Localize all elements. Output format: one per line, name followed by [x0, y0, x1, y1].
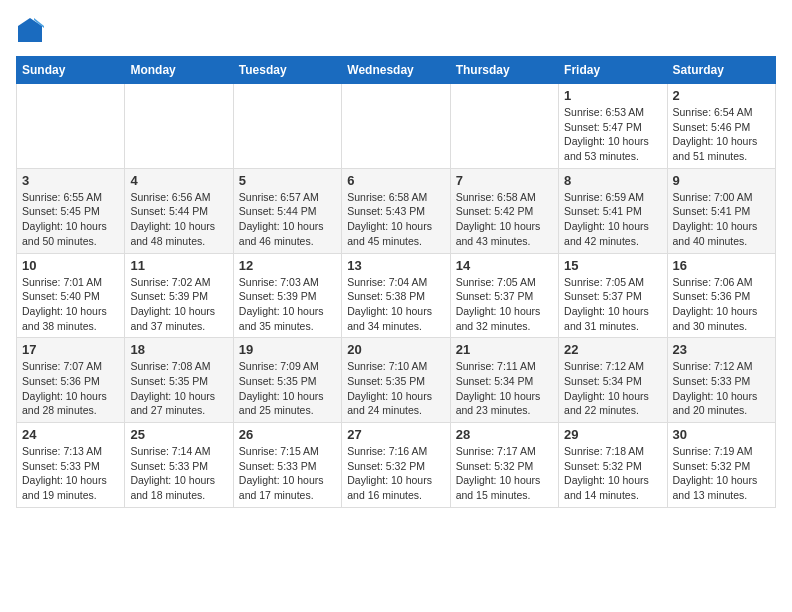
week-row-5: 24Sunrise: 7:13 AMSunset: 5:33 PMDayligh…	[17, 423, 776, 508]
calendar-cell: 8Sunrise: 6:59 AMSunset: 5:41 PMDaylight…	[559, 168, 667, 253]
day-number: 7	[456, 173, 553, 188]
column-header-thursday: Thursday	[450, 57, 558, 84]
day-number: 6	[347, 173, 444, 188]
day-info: Sunrise: 7:07 AMSunset: 5:36 PMDaylight:…	[22, 359, 119, 418]
day-number: 11	[130, 258, 227, 273]
day-number: 2	[673, 88, 770, 103]
column-header-sunday: Sunday	[17, 57, 125, 84]
day-info: Sunrise: 6:54 AMSunset: 5:46 PMDaylight:…	[673, 105, 770, 164]
day-info: Sunrise: 7:18 AMSunset: 5:32 PMDaylight:…	[564, 444, 661, 503]
day-info: Sunrise: 7:10 AMSunset: 5:35 PMDaylight:…	[347, 359, 444, 418]
calendar-cell: 5Sunrise: 6:57 AMSunset: 5:44 PMDaylight…	[233, 168, 341, 253]
logo-icon	[16, 16, 44, 44]
calendar-cell: 12Sunrise: 7:03 AMSunset: 5:39 PMDayligh…	[233, 253, 341, 338]
week-row-2: 3Sunrise: 6:55 AMSunset: 5:45 PMDaylight…	[17, 168, 776, 253]
day-info: Sunrise: 6:55 AMSunset: 5:45 PMDaylight:…	[22, 190, 119, 249]
day-number: 23	[673, 342, 770, 357]
day-info: Sunrise: 6:58 AMSunset: 5:43 PMDaylight:…	[347, 190, 444, 249]
day-info: Sunrise: 7:14 AMSunset: 5:33 PMDaylight:…	[130, 444, 227, 503]
day-number: 15	[564, 258, 661, 273]
day-info: Sunrise: 7:00 AMSunset: 5:41 PMDaylight:…	[673, 190, 770, 249]
day-info: Sunrise: 7:03 AMSunset: 5:39 PMDaylight:…	[239, 275, 336, 334]
day-info: Sunrise: 7:08 AMSunset: 5:35 PMDaylight:…	[130, 359, 227, 418]
day-info: Sunrise: 6:59 AMSunset: 5:41 PMDaylight:…	[564, 190, 661, 249]
day-number: 9	[673, 173, 770, 188]
page-header	[16, 16, 776, 44]
calendar-cell: 27Sunrise: 7:16 AMSunset: 5:32 PMDayligh…	[342, 423, 450, 508]
calendar-header-row: SundayMondayTuesdayWednesdayThursdayFrid…	[17, 57, 776, 84]
day-number: 20	[347, 342, 444, 357]
day-info: Sunrise: 7:01 AMSunset: 5:40 PMDaylight:…	[22, 275, 119, 334]
calendar-cell: 15Sunrise: 7:05 AMSunset: 5:37 PMDayligh…	[559, 253, 667, 338]
calendar-cell: 28Sunrise: 7:17 AMSunset: 5:32 PMDayligh…	[450, 423, 558, 508]
column-header-monday: Monday	[125, 57, 233, 84]
logo	[16, 16, 48, 44]
day-info: Sunrise: 7:17 AMSunset: 5:32 PMDaylight:…	[456, 444, 553, 503]
day-info: Sunrise: 7:12 AMSunset: 5:34 PMDaylight:…	[564, 359, 661, 418]
day-number: 3	[22, 173, 119, 188]
day-info: Sunrise: 6:57 AMSunset: 5:44 PMDaylight:…	[239, 190, 336, 249]
calendar-cell: 7Sunrise: 6:58 AMSunset: 5:42 PMDaylight…	[450, 168, 558, 253]
day-number: 29	[564, 427, 661, 442]
day-info: Sunrise: 7:11 AMSunset: 5:34 PMDaylight:…	[456, 359, 553, 418]
calendar-cell: 24Sunrise: 7:13 AMSunset: 5:33 PMDayligh…	[17, 423, 125, 508]
calendar-cell: 23Sunrise: 7:12 AMSunset: 5:33 PMDayligh…	[667, 338, 775, 423]
calendar-cell: 30Sunrise: 7:19 AMSunset: 5:32 PMDayligh…	[667, 423, 775, 508]
calendar-cell: 21Sunrise: 7:11 AMSunset: 5:34 PMDayligh…	[450, 338, 558, 423]
day-info: Sunrise: 6:56 AMSunset: 5:44 PMDaylight:…	[130, 190, 227, 249]
day-info: Sunrise: 7:15 AMSunset: 5:33 PMDaylight:…	[239, 444, 336, 503]
calendar-cell: 19Sunrise: 7:09 AMSunset: 5:35 PMDayligh…	[233, 338, 341, 423]
calendar-cell: 29Sunrise: 7:18 AMSunset: 5:32 PMDayligh…	[559, 423, 667, 508]
calendar-cell	[233, 84, 341, 169]
calendar-cell: 2Sunrise: 6:54 AMSunset: 5:46 PMDaylight…	[667, 84, 775, 169]
day-info: Sunrise: 7:05 AMSunset: 5:37 PMDaylight:…	[564, 275, 661, 334]
calendar-cell: 4Sunrise: 6:56 AMSunset: 5:44 PMDaylight…	[125, 168, 233, 253]
day-info: Sunrise: 6:58 AMSunset: 5:42 PMDaylight:…	[456, 190, 553, 249]
calendar-cell: 11Sunrise: 7:02 AMSunset: 5:39 PMDayligh…	[125, 253, 233, 338]
day-number: 27	[347, 427, 444, 442]
calendar-cell: 10Sunrise: 7:01 AMSunset: 5:40 PMDayligh…	[17, 253, 125, 338]
calendar-cell	[125, 84, 233, 169]
day-number: 14	[456, 258, 553, 273]
week-row-3: 10Sunrise: 7:01 AMSunset: 5:40 PMDayligh…	[17, 253, 776, 338]
day-number: 13	[347, 258, 444, 273]
calendar-cell: 26Sunrise: 7:15 AMSunset: 5:33 PMDayligh…	[233, 423, 341, 508]
day-info: Sunrise: 7:16 AMSunset: 5:32 PMDaylight:…	[347, 444, 444, 503]
calendar-cell: 17Sunrise: 7:07 AMSunset: 5:36 PMDayligh…	[17, 338, 125, 423]
calendar-table: SundayMondayTuesdayWednesdayThursdayFrid…	[16, 56, 776, 508]
day-number: 28	[456, 427, 553, 442]
week-row-1: 1Sunrise: 6:53 AMSunset: 5:47 PMDaylight…	[17, 84, 776, 169]
day-info: Sunrise: 6:53 AMSunset: 5:47 PMDaylight:…	[564, 105, 661, 164]
week-row-4: 17Sunrise: 7:07 AMSunset: 5:36 PMDayligh…	[17, 338, 776, 423]
day-number: 21	[456, 342, 553, 357]
day-number: 17	[22, 342, 119, 357]
calendar-cell: 9Sunrise: 7:00 AMSunset: 5:41 PMDaylight…	[667, 168, 775, 253]
day-info: Sunrise: 7:09 AMSunset: 5:35 PMDaylight:…	[239, 359, 336, 418]
calendar-cell: 13Sunrise: 7:04 AMSunset: 5:38 PMDayligh…	[342, 253, 450, 338]
day-info: Sunrise: 7:19 AMSunset: 5:32 PMDaylight:…	[673, 444, 770, 503]
day-number: 22	[564, 342, 661, 357]
calendar-cell: 20Sunrise: 7:10 AMSunset: 5:35 PMDayligh…	[342, 338, 450, 423]
calendar-cell: 25Sunrise: 7:14 AMSunset: 5:33 PMDayligh…	[125, 423, 233, 508]
day-info: Sunrise: 7:02 AMSunset: 5:39 PMDaylight:…	[130, 275, 227, 334]
day-number: 24	[22, 427, 119, 442]
day-info: Sunrise: 7:13 AMSunset: 5:33 PMDaylight:…	[22, 444, 119, 503]
calendar-cell: 6Sunrise: 6:58 AMSunset: 5:43 PMDaylight…	[342, 168, 450, 253]
day-info: Sunrise: 7:06 AMSunset: 5:36 PMDaylight:…	[673, 275, 770, 334]
calendar-cell: 3Sunrise: 6:55 AMSunset: 5:45 PMDaylight…	[17, 168, 125, 253]
day-number: 30	[673, 427, 770, 442]
day-number: 18	[130, 342, 227, 357]
day-info: Sunrise: 7:05 AMSunset: 5:37 PMDaylight:…	[456, 275, 553, 334]
day-number: 26	[239, 427, 336, 442]
calendar-cell: 16Sunrise: 7:06 AMSunset: 5:36 PMDayligh…	[667, 253, 775, 338]
calendar-cell: 1Sunrise: 6:53 AMSunset: 5:47 PMDaylight…	[559, 84, 667, 169]
column-header-tuesday: Tuesday	[233, 57, 341, 84]
column-header-friday: Friday	[559, 57, 667, 84]
calendar-cell	[342, 84, 450, 169]
day-number: 25	[130, 427, 227, 442]
calendar-cell: 18Sunrise: 7:08 AMSunset: 5:35 PMDayligh…	[125, 338, 233, 423]
calendar-cell: 22Sunrise: 7:12 AMSunset: 5:34 PMDayligh…	[559, 338, 667, 423]
day-number: 1	[564, 88, 661, 103]
day-number: 5	[239, 173, 336, 188]
day-info: Sunrise: 7:12 AMSunset: 5:33 PMDaylight:…	[673, 359, 770, 418]
